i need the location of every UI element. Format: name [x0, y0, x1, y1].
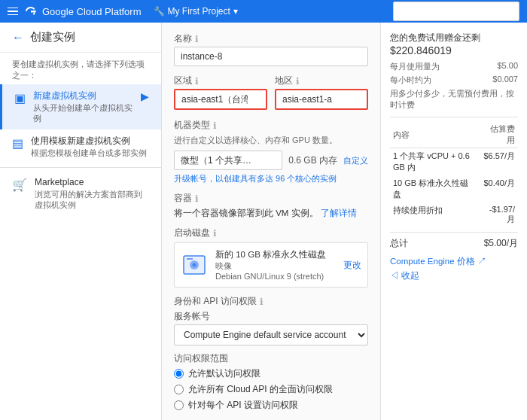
sidebar-title: 创建实例: [30, 30, 75, 44]
cost-table: 内容 估算费用 1 个共享 vCPU + 0.6 GB 内 $6.57/月 10…: [390, 122, 518, 227]
container-learn-more-link[interactable]: 了解详情: [321, 208, 357, 218]
radio-full[interactable]: [174, 385, 184, 394]
service-account-label: 服务帐号: [174, 311, 368, 322]
top-navigation: Google Cloud Platform 🔧 My First Project…: [0, 0, 527, 23]
access-section: 访问权限范围 允许默认访问权限 允许所有 Cloud API 的全面访问权限 针…: [174, 353, 368, 412]
radio-default-label: 允许默认访问权限: [188, 367, 260, 380]
access-radio-group: 允许默认访问权限 允许所有 Cloud API 的全面访问权限 针对每个 API…: [174, 367, 368, 412]
radio-item-full[interactable]: 允许所有 Cloud API 的全面访问权限: [174, 383, 368, 396]
radio-full-label: 允许所有 Cloud API 的全面访问权限: [188, 383, 333, 396]
container-text: 将一个容器镜像部署到此 VM 实例。 了解详情: [174, 208, 368, 219]
sidebar-item-content-template: 使用模板新建虚拟机实例 根据您模板创建单台或多部实例: [31, 135, 149, 158]
region-zone-section: 区域 ℹ asia-east1（台湾） 地区 ℹ: [174, 75, 368, 110]
zone-section: 地区 ℹ asia-east1-a: [275, 75, 368, 110]
cost-discount-label: 持续使用折扣: [390, 202, 480, 227]
cost-hint: 用多少付多少，无需预付费用，按时计费: [390, 88, 518, 111]
pricing-link[interactable]: Compute Engine 价格 ↗: [390, 256, 518, 267]
region-section: 区域 ℹ asia-east1（台湾）: [174, 75, 267, 110]
change-disk-button[interactable]: 更改: [343, 259, 361, 272]
collapse-button[interactable]: ◁ 收起: [390, 270, 518, 282]
zone-select-wrapper: asia-east1-a: [275, 89, 368, 110]
cost-panel: 您的免费试用赠金还剩 $220.846019 每月使用量为 $5.00 每小时约…: [380, 23, 527, 420]
upgrade-link[interactable]: 升级帐号，以创建具有多达 96 个核心的实例: [174, 174, 337, 183]
upgrade-notice: 升级帐号，以创建具有多达 96 个核心的实例: [174, 173, 368, 184]
identity-heading: 身份和 API 访问权限 ℹ: [174, 295, 368, 308]
zone-help-icon[interactable]: ℹ: [296, 76, 300, 87]
container-help-icon[interactable]: ℹ: [195, 193, 199, 204]
app-logo: Google Cloud Platform: [24, 5, 142, 18]
boot-disk-section: 启动磁盘 ℹ 新的 10 GB 标准永久性磁盘 映像: [174, 227, 368, 288]
boot-disk-os: Debian GNU/Linux 9 (stretch): [215, 272, 326, 281]
sidebar-item-marketplace[interactable]: 🛒 Marketplace 浏览可用的解决方案首部商到虚拟机实例: [0, 171, 161, 216]
radio-item-custom[interactable]: 针对每个 API 设置访问权限: [174, 399, 368, 412]
cost-col1-header: 内容: [390, 122, 480, 148]
cost-total-label: 总计: [390, 237, 408, 250]
cost-row-discount: 持续使用折扣 -$1.97/月: [390, 202, 518, 227]
machine-type-help-icon[interactable]: ℹ: [213, 120, 217, 131]
boot-disk-title: 新的 10 GB 标准永久性磁盘: [215, 249, 326, 260]
machine-type-heading: 机器类型 ℹ: [174, 119, 368, 132]
zone-select[interactable]: asia-east1-a: [275, 89, 368, 110]
boot-disk-image-label: 映像: [215, 260, 326, 272]
cost-row-disk: 10 GB 标准永久性磁盘 $0.40/月: [390, 175, 518, 202]
radio-default[interactable]: [174, 369, 184, 379]
boot-disk-details: 新的 10 GB 标准永久性磁盘 映像 Debian GNU/Linux 9 (…: [215, 249, 326, 281]
sidebar: ← 创建实例 要创建虚拟机实例，请选择下列选项之一： ▣ 新建虚拟机实例 从头开…: [0, 23, 162, 420]
sidebar-item-arrow: ▶: [141, 90, 149, 102]
identity-help-icon[interactable]: ℹ: [260, 297, 264, 307]
search-input[interactable]: [393, 2, 519, 21]
back-button[interactable]: ←: [12, 31, 24, 44]
cost-cpu-label: 1 个共享 vCPU + 0.6 GB 内: [390, 148, 480, 176]
sidebar-header: ← 创建实例: [0, 23, 161, 53]
sidebar-item-new-vm[interactable]: ▣ 新建虚拟机实例 从头开始创建单个虚拟机实例 ▶: [0, 84, 161, 129]
search-area: [393, 2, 519, 21]
boot-disk-icon: [181, 251, 208, 278]
cost-discount-value: -$1.97/月: [480, 202, 518, 227]
container-heading: 容器 ℹ: [174, 192, 368, 205]
app-title: Google Cloud Platform: [42, 6, 142, 17]
cost-divider: [390, 117, 518, 117]
project-name: My First Project: [168, 6, 230, 17]
cost-disk-value: $0.40/月: [480, 175, 518, 202]
cost-free-amount: $220.846019: [390, 44, 518, 56]
cost-row-monthly: 每月使用量为 $5.00: [390, 61, 518, 72]
region-help-icon[interactable]: ℹ: [195, 76, 199, 87]
access-scope-label: 访问权限范围: [174, 353, 368, 364]
name-label: 名称 ℹ: [174, 33, 368, 44]
marketplace-icon: 🛒: [12, 178, 27, 192]
cost-total: 总计 $5.00/月: [390, 237, 518, 250]
boot-disk-help-icon[interactable]: ℹ: [213, 228, 217, 239]
sidebar-item-content-new-vm: 新建虚拟机实例 从头开始创建单个虚拟机实例: [33, 90, 133, 123]
sidebar-item-label-template: 使用模板新建虚拟机实例: [31, 135, 149, 148]
hamburger-menu-icon[interactable]: [8, 8, 18, 16]
radio-custom-label: 针对每个 API 设置访问权限: [188, 399, 298, 412]
cost-row-cpu: 1 个共享 vCPU + 0.6 GB 内 $6.57/月: [390, 148, 518, 176]
name-input[interactable]: [174, 47, 368, 66]
container-section: 容器 ℹ 将一个容器镜像部署到此 VM 实例。 了解详情: [174, 192, 368, 219]
cost-row-hourly: 每小时约为 $0.007: [390, 75, 518, 86]
custom-machine-link[interactable]: 自定义: [343, 155, 368, 166]
machine-type-select[interactable]: 微型（1 个共享…: [174, 151, 282, 170]
radio-custom[interactable]: [174, 400, 184, 410]
machine-type-select-wrapper: 微型（1 个共享…: [174, 151, 282, 170]
region-select[interactable]: asia-east1（台湾）: [174, 89, 267, 110]
sidebar-divider: [0, 167, 161, 168]
template-icon: ▤: [12, 136, 23, 151]
region-select-wrapper: asia-east1（台湾）: [174, 89, 267, 110]
cost-monthly-value: $5.00: [497, 61, 518, 72]
sidebar-item-content-marketplace: Marketplace 浏览可用的解决方案首部商到虚拟机实例: [35, 177, 149, 210]
sidebar-item-template-vm[interactable]: ▤ 使用模板新建虚拟机实例 根据您模板创建单台或多部实例: [0, 129, 161, 164]
cost-cpu-value: $6.57/月: [480, 148, 518, 176]
machine-memory: 0.6 GB 内存: [288, 154, 337, 167]
project-selector[interactable]: 🔧 My First Project ▾: [154, 6, 238, 17]
radio-item-default[interactable]: 允许默认访问权限: [174, 367, 368, 380]
machine-type-desc: 进行自定义以选择核心、内存和 GPU 数量。: [174, 135, 368, 146]
boot-disk-box: 新的 10 GB 标准永久性磁盘 映像 Debian GNU/Linux 9 (…: [174, 242, 368, 288]
sidebar-item-desc-marketplace: 浏览可用的解决方案首部商到虚拟机实例: [35, 189, 149, 211]
cost-hourly-value: $0.007: [492, 75, 518, 86]
name-help-icon[interactable]: ℹ: [195, 34, 199, 44]
google-cloud-icon: [24, 5, 38, 18]
region-label: 区域 ℹ: [174, 75, 267, 87]
cost-col2-header: 估算费用: [480, 122, 518, 148]
service-account-select[interactable]: Compute Engine default service account: [174, 324, 368, 345]
